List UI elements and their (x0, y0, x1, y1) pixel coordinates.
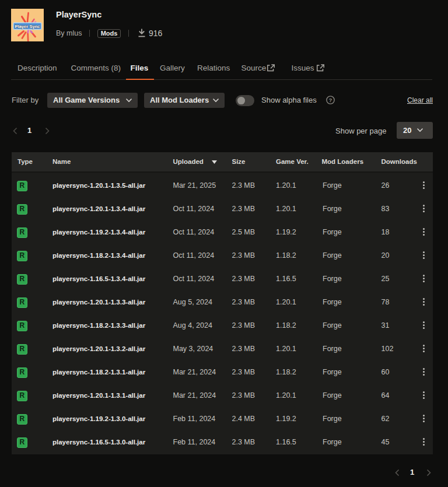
svg-text:Player Sync: Player Sync (15, 24, 40, 29)
svg-text:?: ? (329, 97, 332, 103)
